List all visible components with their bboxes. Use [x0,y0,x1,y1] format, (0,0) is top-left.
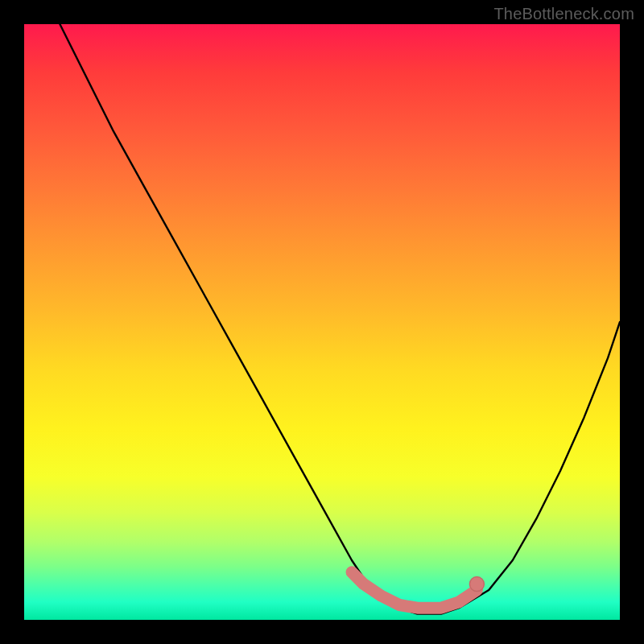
chart-frame: TheBottleneck.com [0,0,644,644]
curve-layer [24,24,620,620]
optimal-band [352,572,477,608]
bottleneck-curve [60,24,620,614]
end-marker [469,577,484,592]
plot-area [24,24,620,620]
watermark-text: TheBottleneck.com [493,5,634,23]
